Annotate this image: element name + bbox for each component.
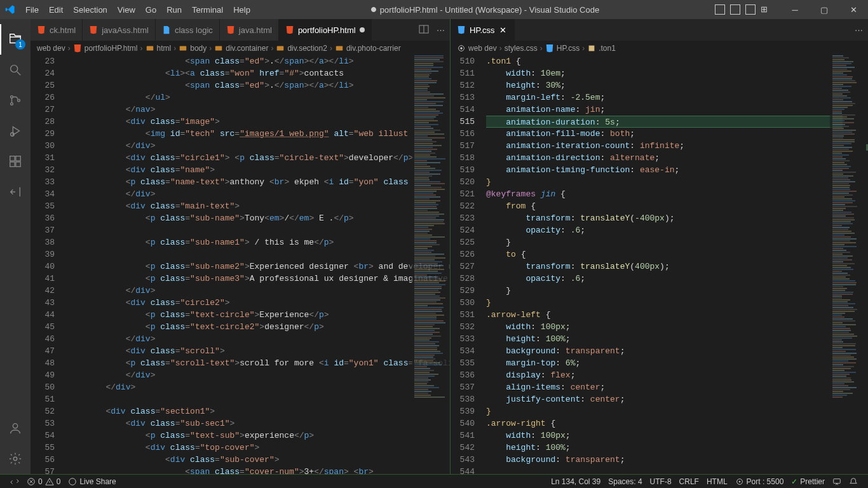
layout-controls: ⊞ xyxy=(715,4,771,15)
svg-point-0 xyxy=(11,65,18,72)
menu-help[interactable]: Help xyxy=(228,0,255,19)
tab-label: javaAss.html xyxy=(102,25,149,35)
editor-left[interactable]: 2324252627282930313233343536373839404142… xyxy=(31,55,450,474)
svg-rect-8 xyxy=(16,162,20,166)
close-tab-icon[interactable]: ✕ xyxy=(499,25,508,34)
main-area: 1 ck.html xyxy=(0,19,868,474)
menu-run[interactable]: Run xyxy=(161,0,187,19)
svg-rect-7 xyxy=(10,162,15,166)
status-eol[interactable]: CRLF xyxy=(675,475,703,489)
status-notifications[interactable] xyxy=(845,475,862,489)
code-left[interactable]: <span class="ed">.</span></a></li> <li><… xyxy=(66,55,450,474)
gutter-right: 5105115125135145155165175185195205215225… xyxy=(451,55,486,474)
source-control-icon[interactable] xyxy=(0,85,31,116)
svg-rect-16 xyxy=(336,46,343,51)
menu-view[interactable]: View xyxy=(112,0,140,19)
tab-ck-html[interactable]: ck.html xyxy=(31,19,83,41)
modified-dot-icon xyxy=(360,27,365,32)
vscode-icon xyxy=(5,4,15,15)
editor-group-left: ck.html javaAss.html class logic java.ht… xyxy=(31,19,450,474)
extensions-icon[interactable] xyxy=(0,146,31,177)
svg-point-1 xyxy=(11,96,13,98)
tabs-left: ck.html javaAss.html class logic java.ht… xyxy=(31,19,450,41)
breadcrumbs-left[interactable]: web dev› portfolioHP.html› html› body› d… xyxy=(31,41,450,55)
tab-label: class logic xyxy=(175,25,213,35)
svg-point-18 xyxy=(460,47,463,50)
status-remote[interactable] xyxy=(6,475,23,489)
tab-java-html[interactable]: java.html xyxy=(220,19,279,41)
svg-rect-13 xyxy=(180,46,187,51)
maximize-button[interactable]: ▢ xyxy=(810,0,839,19)
svg-point-2 xyxy=(11,103,13,105)
accounts-icon[interactable] xyxy=(0,413,31,444)
svg-point-3 xyxy=(18,99,20,102)
svg-rect-6 xyxy=(16,156,20,161)
svg-rect-14 xyxy=(215,46,222,51)
status-feedback[interactable] xyxy=(829,475,845,489)
more-actions-icon[interactable]: ⋯ xyxy=(855,25,863,35)
window-controls: ─ ▢ ✕ xyxy=(780,0,868,19)
status-encoding[interactable]: UTF-8 xyxy=(646,475,675,489)
customize-layout-icon[interactable]: ⊞ xyxy=(761,4,771,15)
tab-label: ck.html xyxy=(50,25,76,35)
svg-rect-12 xyxy=(146,46,153,51)
status-spaces[interactable]: Spaces: 4 xyxy=(604,475,646,489)
editor-group-right: HP.css ✕ ⋯ web dev› styles.css› HP.css› … xyxy=(451,19,868,474)
editor-area: ck.html javaAss.html class logic java.ht… xyxy=(31,19,868,474)
minimap-left[interactable] xyxy=(412,55,450,474)
tabs-right: HP.css ✕ ⋯ xyxy=(451,19,868,41)
tab-portfoliohp-html[interactable]: portfolioHP.html xyxy=(279,19,372,41)
title-text: portfolioHP.html - Untitled (Workspace) … xyxy=(380,5,599,15)
menu-edit[interactable]: Edit xyxy=(44,0,68,19)
svg-point-9 xyxy=(13,424,17,428)
svg-point-21 xyxy=(69,478,76,485)
status-language[interactable]: HTML xyxy=(703,475,731,489)
status-bar: 0 0 Live Share Ln 134, Col 39 Spaces: 4 … xyxy=(0,474,868,488)
debug-icon[interactable] xyxy=(0,116,31,146)
tab-label: HP.css xyxy=(470,25,495,35)
search-icon[interactable] xyxy=(0,55,31,85)
svg-point-23 xyxy=(739,481,740,482)
menu-selection[interactable]: Selection xyxy=(68,0,112,19)
breadcrumbs-right[interactable]: web dev› styles.css› HP.css› .ton1 xyxy=(451,41,868,55)
menu-file[interactable]: File xyxy=(20,0,44,19)
toggle-panel-bottom-icon[interactable] xyxy=(730,4,740,15)
svg-rect-24 xyxy=(834,478,841,483)
svg-rect-19 xyxy=(589,46,595,51)
tab-hp-css[interactable]: HP.css ✕ xyxy=(451,19,515,41)
tab-class-logic[interactable]: class logic xyxy=(156,19,220,41)
explorer-badge: 1 xyxy=(15,39,25,50)
close-button[interactable]: ✕ xyxy=(839,0,868,19)
modified-indicator-icon xyxy=(371,7,376,12)
gutter-left: 2324252627282930313233343536373839404142… xyxy=(31,55,66,474)
minimap-right[interactable] xyxy=(830,55,868,474)
title-bar: File Edit Selection View Go Run Terminal… xyxy=(0,0,868,19)
tab-label: portfolioHP.html xyxy=(298,25,356,35)
svg-rect-5 xyxy=(10,156,15,161)
svg-point-10 xyxy=(13,457,17,461)
more-actions-icon[interactable]: ⋯ xyxy=(437,25,445,35)
menu-go[interactable]: Go xyxy=(140,0,161,19)
editor-right[interactable]: 5105115125135145155165175185195205215225… xyxy=(451,55,868,474)
code-right[interactable]: .ton1 { width: 10em; height: 30%; margin… xyxy=(486,55,868,474)
tab-label: java.html xyxy=(239,25,272,35)
split-editor-icon[interactable] xyxy=(419,24,429,36)
toggle-panel-left-icon[interactable] xyxy=(715,4,725,15)
tab-javaass-html[interactable]: javaAss.html xyxy=(83,19,156,41)
liveshare-icon[interactable] xyxy=(0,177,31,207)
activity-bar: 1 xyxy=(0,19,31,474)
menu-terminal[interactable]: Terminal xyxy=(187,0,228,19)
settings-icon[interactable] xyxy=(0,444,31,474)
window-title: portfolioHP.html - Untitled (Workspace) … xyxy=(255,5,715,15)
toggle-panel-right-icon[interactable] xyxy=(745,4,756,15)
status-prettier[interactable]: ✓Prettier xyxy=(787,475,829,489)
svg-rect-15 xyxy=(277,46,284,51)
minimize-button[interactable]: ─ xyxy=(780,0,810,19)
status-problems[interactable]: 0 0 xyxy=(23,475,64,489)
explorer-icon[interactable]: 1 xyxy=(0,24,31,55)
status-position[interactable]: Ln 134, Col 39 xyxy=(547,475,604,489)
status-port[interactable]: Port : 5500 xyxy=(731,475,788,489)
status-liveshare[interactable]: Live Share xyxy=(64,475,119,489)
